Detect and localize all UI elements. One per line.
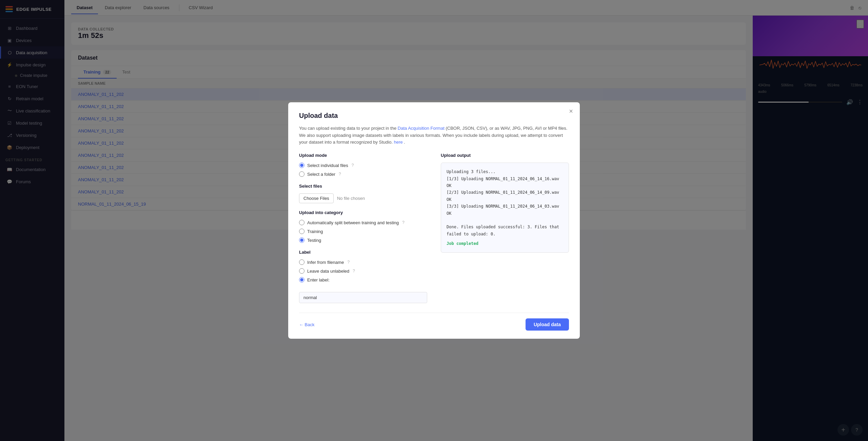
radio-unlabeled-label: Leave data unlabeled [307,269,349,274]
output-line-5 [447,217,563,224]
no-file-text: No file chosen [337,196,365,201]
data-acquisition-format-link[interactable]: Data Acquisition Format [398,126,445,131]
here-link[interactable]: here [394,140,403,145]
modal-title: Upload data [299,112,569,120]
radio-folder-label: Select a folder [307,172,335,177]
modal-footer: ← Back Upload data [299,313,569,331]
choose-files-button[interactable]: Choose Files [299,193,334,203]
upload-output-title: Upload output [441,153,569,158]
radio-unlabeled[interactable]: Leave data unlabeled ? [299,268,427,274]
modal-close-button[interactable]: × [569,108,573,114]
back-button[interactable]: ← Back [299,322,315,327]
radio-individual-input[interactable] [299,163,304,168]
radio-unlabeled-input[interactable] [299,268,304,274]
modal-overlay[interactable]: × Upload data You can upload existing da… [0,0,868,441]
radio-enter-label-input[interactable] [299,277,304,282]
output-line-4: [3/3] Uploading NORMAL_01_11_2024_06_14_… [447,203,563,217]
radio-individual-files[interactable]: Select individual files ? [299,163,427,168]
radio-auto-split-label: Automatically split between training and… [307,220,399,225]
output-line-6: Done. Files uploaded successful: 3. File… [447,224,563,237]
modal-desc-after: . [404,140,405,145]
upload-mode-options: Select individual files ? Select a folde… [299,163,427,177]
label-options: Infer from filename ? Leave data unlabel… [299,259,427,282]
label-section-title: Label [299,250,427,255]
help-icon-split: ? [402,220,405,225]
radio-training-label: Training [307,229,323,234]
label-text-input[interactable] [299,292,427,303]
help-icon-unlabeled: ? [353,269,355,273]
radio-training[interactable]: Training [299,229,427,234]
radio-auto-split[interactable]: Automatically split between training and… [299,220,427,225]
upload-mode-title: Upload mode [299,153,427,158]
file-choose-row: Choose Files No file chosen [299,193,427,203]
radio-folder[interactable]: Select a folder ? [299,171,427,177]
modal-desc-before: You can upload existing data to your pro… [299,126,398,131]
upload-category-title: Upload into category [299,210,427,215]
radio-infer-label: Infer from filename [307,260,344,265]
output-line-3: [2/3] Uploading NORMAL_01_11_2024_06_14_… [447,189,563,203]
modal-description: You can upload existing data to your pro… [299,125,569,146]
output-line-1: Uploading 3 files... [447,168,563,175]
radio-testing-label: Testing [307,238,321,243]
upload-output-box: Uploading 3 files... [1/3] Uploading NOR… [441,163,569,253]
radio-infer-input[interactable] [299,259,304,265]
output-success-line: Job completed [447,240,563,247]
radio-infer[interactable]: Infer from filename ? [299,259,427,265]
radio-testing[interactable]: Testing [299,237,427,243]
modal-left: Upload mode Select individual files ? Se… [299,153,427,303]
upload-data-button[interactable]: Upload data [526,318,569,331]
upload-category-options: Automatically split between training and… [299,220,427,243]
select-files-section: Select files Choose Files No file chosen [299,184,427,203]
radio-testing-input[interactable] [299,237,304,243]
upload-modal: × Upload data You can upload existing da… [288,102,580,339]
radio-folder-input[interactable] [299,171,304,177]
radio-enter-label[interactable]: Enter label: [299,277,427,282]
modal-right: Upload output Uploading 3 files... [1/3]… [441,153,569,303]
radio-auto-split-input[interactable] [299,220,304,225]
select-files-title: Select files [299,184,427,189]
help-icon-individual: ? [352,163,354,168]
radio-training-input[interactable] [299,229,304,234]
radio-individual-label: Select individual files [307,163,348,168]
help-icon-infer: ? [347,260,350,265]
output-line-2: [1/3] Uploading NORMAL_01_11_2024_06_14_… [447,175,563,189]
modal-body: Upload mode Select individual files ? Se… [299,153,569,303]
help-icon-folder: ? [339,172,341,176]
radio-enter-label-text: Enter label: [307,277,330,282]
